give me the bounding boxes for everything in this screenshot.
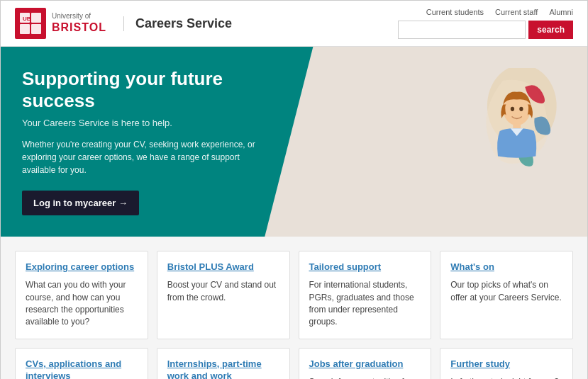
hero-title: Supporting your future success <box>22 68 263 112</box>
card-tailored-body: For international students, PGRs, gradua… <box>309 279 421 329</box>
hero-body: Whether you're creating your CV, seeking… <box>22 138 263 176</box>
card-further-study-body: Is further study right for you? Discover… <box>450 376 562 379</box>
card-plus-award: Bristol PLUS Award Boost your CV and sta… <box>157 251 290 339</box>
card-plus-award-title[interactable]: Bristol PLUS Award <box>167 261 279 273</box>
hero-banner: Supporting your future success Your Care… <box>1 47 587 237</box>
svg-point-9 <box>519 107 523 111</box>
top-nav: Current students Current staff Alumni <box>426 8 573 16</box>
card-jobs-title[interactable]: Jobs after graduation <box>309 358 421 370</box>
nav-alumni[interactable]: Alumni <box>549 8 573 16</box>
search-button[interactable]: search <box>528 21 573 39</box>
cards-row-2: CVs, applications and interviews Write a… <box>15 348 573 379</box>
svg-text:UB: UB <box>23 16 31 22</box>
header: UB University of BRISTOL Careers Service… <box>1 1 587 47</box>
card-internships: Internships, part-time work and work exp… <box>157 348 290 379</box>
card-jobs-body: Search for opportunities from a range of… <box>309 376 421 379</box>
page-wrapper: UB University of BRISTOL Careers Service… <box>0 0 588 379</box>
hero-image <box>453 61 566 188</box>
card-exploring-title[interactable]: Exploring career options <box>26 261 138 273</box>
hero-person-illustration <box>460 68 559 181</box>
card-exploring: Exploring career options What can you do… <box>15 251 148 339</box>
card-tailored-title[interactable]: Tailored support <box>309 261 421 273</box>
card-whats-on: What's on Our top picks of what's on off… <box>440 251 573 339</box>
card-further-study-title[interactable]: Further study <box>450 358 562 370</box>
card-exploring-body: What can you do with your course, and ho… <box>26 279 138 329</box>
card-cvs-title[interactable]: CVs, applications and interviews <box>26 358 138 379</box>
svg-rect-2 <box>31 13 41 23</box>
nav-current-students[interactable]: Current students <box>426 8 484 16</box>
search-input[interactable] <box>398 21 526 39</box>
logo[interactable]: UB University of BRISTOL <box>15 8 106 39</box>
card-further-study: Further study Is further study right for… <box>440 348 573 379</box>
card-cvs: CVs, applications and interviews Write a… <box>15 348 148 379</box>
search-bar: search <box>398 21 573 39</box>
nav-current-staff[interactable]: Current staff <box>495 8 538 16</box>
card-jobs: Jobs after graduation Search for opportu… <box>299 348 432 379</box>
header-left: UB University of BRISTOL Careers Service <box>15 8 232 39</box>
svg-rect-4 <box>31 24 41 34</box>
login-button[interactable]: Log in to mycareer → <box>22 191 139 215</box>
card-internships-title[interactable]: Internships, part-time work and work exp… <box>167 358 279 379</box>
bristol-label: BRISTOL <box>52 21 106 35</box>
university-label: University of <box>52 11 106 21</box>
logo-text: University of BRISTOL <box>52 11 106 35</box>
cards-row-1: Exploring career options What can you do… <box>15 251 573 339</box>
header-right: Current students Current staff Alumni se… <box>398 8 573 39</box>
hero-content: Supporting your future success Your Care… <box>22 68 263 215</box>
svg-rect-3 <box>20 24 30 34</box>
hero-subtitle: Your Careers Service is here to help. <box>22 118 263 128</box>
cards-section: Exploring career options What can you do… <box>1 237 587 379</box>
card-tailored: Tailored support For international stude… <box>299 251 432 339</box>
card-whats-on-title[interactable]: What's on <box>450 261 562 273</box>
card-whats-on-body: Our top picks of what's on offer at your… <box>450 279 562 304</box>
logo-icon: UB <box>15 8 46 39</box>
site-title: Careers Service <box>123 16 232 31</box>
svg-point-8 <box>511 107 514 111</box>
card-plus-award-body: Boost your CV and stand out from the cro… <box>167 279 279 304</box>
